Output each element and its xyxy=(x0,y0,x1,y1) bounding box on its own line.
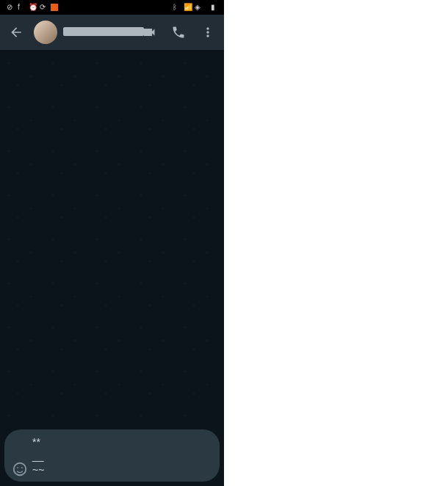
sync-icon: ⟳ xyxy=(40,3,48,12)
video-call-button[interactable] xyxy=(142,25,156,40)
contact-name xyxy=(63,27,144,36)
menu-button[interactable] xyxy=(200,25,215,40)
app-icon xyxy=(51,4,58,11)
facebook-icon: f xyxy=(18,3,26,12)
svg-point-2 xyxy=(21,467,23,468)
do-not-disturb-icon: ⊘ xyxy=(7,3,15,12)
input-row: ** __ ~~ xyxy=(0,425,224,486)
contact-info[interactable] xyxy=(63,27,131,37)
voice-call-button[interactable] xyxy=(171,25,186,40)
wifi-icon: ◈ xyxy=(195,3,203,12)
svg-point-0 xyxy=(14,463,26,476)
signal-icon: 📶 xyxy=(184,3,192,12)
svg-point-1 xyxy=(17,467,18,468)
back-button[interactable] xyxy=(9,25,24,40)
status-bar: ⊘ f ⏰ ⟳ ᛒ 📶 ◈ ▮ xyxy=(0,0,224,15)
left-screenshot: ⊘ f ⏰ ⟳ ᛒ 📶 ◈ ▮ ** __ xyxy=(0,0,224,486)
input-text: ** __ ~~ xyxy=(32,435,208,477)
chat-header xyxy=(0,15,224,50)
avatar[interactable] xyxy=(34,21,57,44)
bluetooth-icon: ᛒ xyxy=(173,3,181,12)
alarm-icon: ⏰ xyxy=(29,3,37,12)
chat-area xyxy=(0,50,224,425)
emoji-button[interactable] xyxy=(12,461,28,477)
message-input[interactable]: ** __ ~~ xyxy=(4,429,220,482)
battery-icon: ▮ xyxy=(211,3,220,12)
